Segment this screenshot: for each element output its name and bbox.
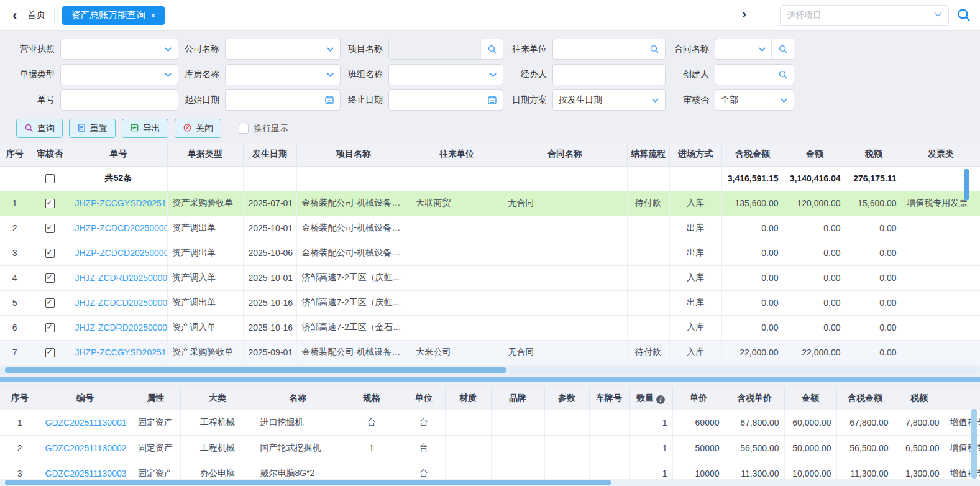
col-header[interactable]: 序号 <box>0 143 30 166</box>
col-header[interactable]: 含税金额 <box>721 143 784 166</box>
contract-name-select[interactable] <box>715 39 794 60</box>
col-header[interactable]: 序号 <box>0 387 40 410</box>
doc-link[interactable]: JHZP-ZCDCD202500000 <box>75 223 168 233</box>
doc-link[interactable]: JHJZ-ZCDRD202500000 <box>75 273 168 283</box>
table-row[interactable]: 2GDZC202511130002固定资产工程机械国产轮式挖掘机1台150000… <box>0 436 980 461</box>
table-row[interactable]: 5JHJZ-ZCDCD202500000资产调出单2025-10-16济邹高速7… <box>0 290 980 315</box>
tab-asset-ledger-query[interactable]: 资产总账万能查询 × <box>62 6 164 25</box>
doc-link[interactable]: JHZP-ZCCGYSD2025111 <box>75 347 168 357</box>
detail-vscroll-thumb[interactable] <box>971 409 977 479</box>
business-license-select[interactable] <box>60 39 178 60</box>
company-name-select[interactable] <box>225 39 341 60</box>
col-header[interactable]: 发票类 <box>902 143 980 166</box>
forward-chevron-icon[interactable]: › <box>738 7 750 21</box>
col-header[interactable]: 材质 <box>445 387 491 410</box>
detail-hscrollbar[interactable] <box>0 479 980 486</box>
table-row[interactable]: 1GDZC202511130001固定资产工程机械进口挖掘机台台16000067… <box>0 410 980 436</box>
col-header[interactable]: 税额 <box>846 143 902 166</box>
table-row[interactable]: 7JHZP-ZCCGYSD2025111资产采购验收单2025-09-01金桥装… <box>0 340 980 365</box>
col-header[interactable]: 单价 <box>672 387 725 410</box>
team-name-select[interactable] <box>388 64 503 85</box>
row-checkbox[interactable] <box>45 323 55 332</box>
col-header[interactable]: 规格 <box>341 387 403 410</box>
col-header[interactable] <box>945 387 980 410</box>
start-date-input[interactable] <box>225 89 341 111</box>
info-icon[interactable]: i <box>656 395 665 404</box>
col-header[interactable]: 税额 <box>894 387 945 410</box>
warehouse-select[interactable] <box>225 64 341 85</box>
col-header[interactable]: 品牌 <box>491 387 544 410</box>
audit-select[interactable]: 全部 <box>715 89 794 111</box>
doc-link[interactable]: GDZC202511130002 <box>45 443 127 453</box>
project-name-input[interactable] <box>388 39 503 60</box>
table-row[interactable]: 1JHZP-ZCCGYSD2025111资产采购验收单2025-07-01金桥装… <box>0 191 980 216</box>
doc-link[interactable]: JHZP-ZCDCD202500000 <box>75 248 168 258</box>
col-header[interactable]: 发生日期 <box>243 143 296 166</box>
creator-input[interactable] <box>715 64 794 85</box>
row-checkbox[interactable] <box>45 249 55 258</box>
row-checkbox[interactable] <box>45 298 55 308</box>
search-icon[interactable] <box>649 44 659 54</box>
row-checkbox[interactable] <box>45 273 55 283</box>
col-header[interactable]: 数量i <box>629 387 672 410</box>
tab-close-icon[interactable]: × <box>150 11 155 21</box>
col-header[interactable]: 编号 <box>40 387 131 410</box>
search-icon[interactable] <box>778 70 788 80</box>
search-icon[interactable] <box>771 39 794 59</box>
col-header[interactable]: 单位 <box>403 387 445 410</box>
col-header[interactable]: 单据类型 <box>167 143 243 166</box>
col-header[interactable]: 属性 <box>131 387 180 410</box>
query-button[interactable]: 查询 <box>16 119 63 138</box>
search-icon[interactable] <box>956 7 971 24</box>
bill-type-select[interactable] <box>60 64 178 85</box>
date-scheme-select[interactable]: 按发生日期 <box>552 89 666 111</box>
col-header[interactable]: 项目名称 <box>296 143 411 166</box>
ledger-vscroll-thumb[interactable] <box>964 169 969 200</box>
hscroll-thumb[interactable] <box>5 367 506 373</box>
calendar-icon[interactable] <box>487 95 497 105</box>
counterpart-input[interactable] <box>552 39 666 60</box>
doc-link[interactable]: JHZP-ZCCGYSD2025111 <box>75 198 168 208</box>
table-row[interactable]: 2JHZP-ZCDCD202500000资产调出单2025-10-01金桥装配公… <box>0 216 980 241</box>
calendar-icon[interactable] <box>324 95 334 105</box>
handler-input[interactable] <box>552 64 666 85</box>
doc-link[interactable]: GDZC202511130001 <box>45 418 127 428</box>
row-checkbox[interactable] <box>45 348 55 357</box>
table-row[interactable]: 3JHZP-ZCDCD202500000资产调出单2025-10-06金桥装配公… <box>0 241 980 265</box>
wrap-display-checkbox[interactable] <box>239 124 249 134</box>
col-header[interactable]: 大类 <box>180 387 255 410</box>
col-header[interactable]: 含税单价 <box>725 387 784 410</box>
ledger-hscrollbar[interactable] <box>0 367 980 374</box>
project-select[interactable]: 选择项目 <box>780 5 949 26</box>
doc-link[interactable]: JHJZ-ZCDRD202500000 <box>75 323 168 332</box>
col-header[interactable]: 单号 <box>70 143 167 166</box>
row-checkbox[interactable] <box>45 199 55 208</box>
row-checkbox[interactable] <box>45 174 55 183</box>
col-header[interactable]: 金额 <box>784 143 846 166</box>
bill-no-input[interactable] <box>60 89 178 111</box>
row-checkbox[interactable] <box>45 224 55 233</box>
tab-home[interactable]: 首页 <box>27 9 45 21</box>
col-header[interactable]: 参数 <box>544 387 589 410</box>
col-header[interactable]: 审核否 <box>30 143 70 166</box>
reset-button[interactable]: 重置 <box>69 119 116 138</box>
doc-link[interactable]: JHJZ-ZCDCD202500000 <box>75 298 168 308</box>
col-header[interactable]: 名称 <box>255 387 341 410</box>
col-header[interactable]: 结算流程 <box>627 143 669 166</box>
close-button[interactable]: 关闭 <box>175 119 221 138</box>
hscroll-thumb[interactable] <box>5 480 611 485</box>
back-chevron-icon[interactable]: ‹ <box>9 9 21 22</box>
end-date-input[interactable] <box>388 89 503 111</box>
col-header[interactable]: 合同名称 <box>503 143 627 166</box>
panel-splitter[interactable] <box>0 377 980 382</box>
col-header[interactable]: 进场方式 <box>669 143 721 166</box>
table-row[interactable]: 6JHJZ-ZCDRD202500000资产调入单2025-10-16济邹高速7… <box>0 315 980 340</box>
col-header[interactable]: 金额 <box>784 387 836 410</box>
col-header[interactable]: 车牌号 <box>589 387 629 410</box>
col-header[interactable]: 往来单位 <box>411 143 503 166</box>
table-row[interactable]: 4JHJZ-ZCDRD202500000资产调入单2025-10-01济邹高速7… <box>0 265 980 290</box>
col-header[interactable]: 含税金额 <box>836 387 894 410</box>
search-icon[interactable] <box>480 39 503 59</box>
doc-link[interactable]: GDZC202511130003 <box>45 469 127 479</box>
summary-row[interactable]: 共52条3,416,591.153,140,416.04276,175.11 <box>0 166 980 191</box>
